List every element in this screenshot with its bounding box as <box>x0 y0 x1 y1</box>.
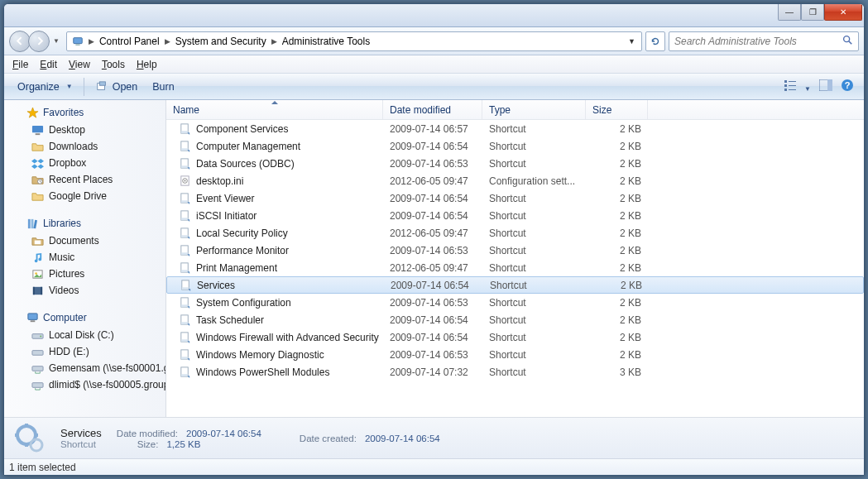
computer-icon <box>26 311 39 324</box>
network-drive-icon <box>31 378 44 391</box>
svg-rect-63 <box>180 357 187 359</box>
address-bar[interactable]: ▶ Control Panel ▶ System and Security ▶ … <box>66 31 642 51</box>
address-dropdown[interactable]: ▼ <box>624 37 640 46</box>
svg-rect-26 <box>32 286 34 294</box>
file-row[interactable]: desktop.ini2012-06-05 09:47Configuration… <box>166 172 864 189</box>
details-pane: Services Date modified: 2009-07-14 06:54… <box>4 417 864 458</box>
file-row[interactable]: Windows PowerShell Modules2009-07-14 07:… <box>166 363 864 381</box>
sidebar-item-pictures[interactable]: Pictures <box>4 266 165 282</box>
search-input[interactable]: Search Administrative Tools <box>669 31 859 51</box>
drive-icon <box>31 345 44 358</box>
file-name: Windows Memory Diagnostic <box>196 349 324 361</box>
file-row[interactable]: Windows Firewall with Advanced Security2… <box>166 328 864 346</box>
arrow-right-icon <box>35 36 44 46</box>
sidebar-item-desktop[interactable]: Desktop <box>4 122 165 138</box>
file-row[interactable]: iSCSI Initiator2009-07-14 06:54Shortcut2… <box>166 207 864 224</box>
search-icon <box>842 34 853 48</box>
computer-label: Computer <box>43 312 87 323</box>
close-button[interactable]: ✕ <box>824 4 862 21</box>
chevron-right-icon[interactable]: ▶ <box>163 37 172 46</box>
menu-tools[interactable]: Tools <box>97 57 130 72</box>
help-icon: ? <box>841 79 854 92</box>
sidebar-item-recent[interactable]: Recent Places <box>4 171 165 188</box>
file-date: 2009-07-14 07:32 <box>383 366 482 378</box>
forward-button[interactable] <box>28 31 50 52</box>
file-row[interactable]: Computer Management2009-07-14 06:54Short… <box>166 137 864 155</box>
menu-edit[interactable]: Edit <box>35 57 62 72</box>
svg-rect-7 <box>789 81 796 82</box>
services-icon <box>12 421 47 456</box>
column-size[interactable]: Size <box>586 100 648 119</box>
sidebar-resize-handle[interactable] <box>164 100 166 417</box>
open-button[interactable]: Open <box>89 77 145 97</box>
file-row[interactable]: Services2009-07-14 06:54Shortcut2 KB <box>166 276 864 294</box>
file-row[interactable]: System Configuration2009-07-14 06:53Shor… <box>166 294 864 311</box>
refresh-button[interactable] <box>645 31 665 51</box>
file-list[interactable]: Component Services2009-07-14 06:57Shortc… <box>166 120 864 417</box>
menu-view[interactable]: View <box>64 57 95 72</box>
file-icon <box>178 348 191 362</box>
chevron-right-icon[interactable]: ▶ <box>87 37 96 46</box>
file-icon <box>179 279 192 292</box>
sidebar-item-dropbox[interactable]: Dropbox <box>4 155 165 171</box>
sidebar-head-computer[interactable]: ▷ Computer <box>4 309 165 327</box>
dropbox-icon <box>31 156 44 170</box>
libraries-icon <box>26 217 39 230</box>
sidebar-item-documents[interactable]: Documents <box>4 232 165 249</box>
minimize-button[interactable]: — <box>778 4 801 21</box>
svg-rect-1 <box>75 44 79 45</box>
menubar: File Edit View Tools Help <box>4 55 864 74</box>
sidebar-head-favorites[interactable]: ▷ Favorites <box>4 103 165 122</box>
file-icon <box>178 140 191 153</box>
file-row[interactable]: Data Sources (ODBC)2009-07-14 06:53Short… <box>166 155 864 172</box>
file-row[interactable]: Windows Memory Diagnostic2009-07-14 06:5… <box>166 346 864 363</box>
sidebar-item-drive-c[interactable]: Local Disk (C:) <box>4 327 165 343</box>
breadcrumb-segment[interactable]: Administrative Tools <box>279 36 374 47</box>
sidebar-head-libraries[interactable]: ▷ Libraries <box>4 214 165 232</box>
sidebar-item-googledrive[interactable]: Google Drive <box>4 188 165 204</box>
file-icon <box>178 314 191 327</box>
maximize-button[interactable]: ❐ <box>801 4 824 21</box>
column-date[interactable]: Date modified <box>383 100 482 119</box>
svg-rect-33 <box>31 366 42 371</box>
sidebar-item-drive-g[interactable]: Gemensam (\\se-fs00001.groupinfra.com) (… <box>4 360 165 376</box>
file-size: 2 KB <box>586 297 648 309</box>
sidebar-item-music[interactable]: Music <box>4 249 165 266</box>
sidebar-item-downloads[interactable]: Downloads <box>4 138 165 155</box>
file-size: 2 KB <box>586 123 648 135</box>
details-name: Services <box>60 427 102 439</box>
file-row[interactable]: Print Management2012-06-05 09:47Shortcut… <box>166 259 864 276</box>
burn-button[interactable]: Burn <box>146 78 180 96</box>
file-name: Services <box>197 280 235 291</box>
column-name[interactable]: Name <box>166 100 383 119</box>
menu-help[interactable]: Help <box>132 57 162 72</box>
file-row[interactable]: Local Security Policy2012-06-05 09:47Sho… <box>166 224 864 242</box>
chevron-down-icon: ▼ <box>804 85 811 93</box>
breadcrumb-segment[interactable]: Control Panel <box>96 36 163 47</box>
favorites-label: Favorites <box>43 107 84 118</box>
svg-rect-40 <box>180 165 187 168</box>
sidebar-item-drive-e[interactable]: HDD (E:) <box>4 343 165 360</box>
file-icon <box>178 366 191 379</box>
file-name: Windows PowerShell Modules <box>196 366 329 378</box>
file-type: Shortcut <box>482 228 586 239</box>
breadcrumb-segment[interactable]: System and Security <box>172 36 270 47</box>
svg-line-3 <box>849 41 852 45</box>
history-dropdown[interactable]: ▼ <box>50 37 63 45</box>
view-mode-button[interactable]: ▼ <box>784 79 811 93</box>
file-row[interactable]: Event Viewer2009-07-14 06:54Shortcut2 KB <box>166 189 864 207</box>
file-row[interactable]: Component Services2009-07-14 06:57Shortc… <box>166 120 864 137</box>
file-name: System Configuration <box>196 297 291 309</box>
menu-file[interactable]: File <box>7 57 33 72</box>
chevron-right-icon[interactable]: ▶ <box>270 37 279 46</box>
organize-button[interactable]: Organize ▼ <box>11 78 79 96</box>
file-row[interactable]: Task Scheduler2009-07-14 06:54Shortcut2 … <box>166 311 864 328</box>
svg-point-31 <box>40 335 41 337</box>
help-button[interactable]: ? <box>841 79 854 94</box>
file-row[interactable]: Performance Monitor2009-07-14 06:53Short… <box>166 242 864 259</box>
system-icon <box>71 35 84 48</box>
column-type[interactable]: Type <box>482 100 586 119</box>
sidebar-item-drive-h[interactable]: dlimid$ (\\se-fs00005.groupinfra.com) (H… <box>4 376 165 393</box>
preview-pane-button[interactable] <box>819 79 832 93</box>
sidebar-item-videos[interactable]: Videos <box>4 282 165 299</box>
